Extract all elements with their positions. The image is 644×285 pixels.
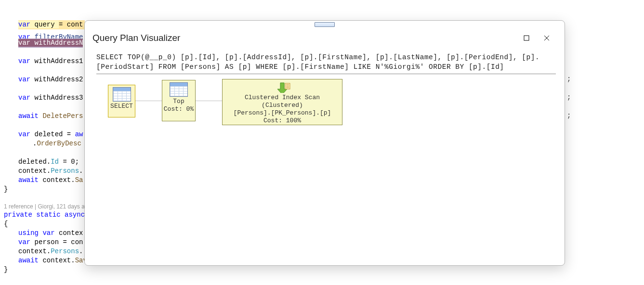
svg-rect-0 — [524, 36, 529, 40]
trailing-semicolon: ; — [567, 75, 571, 83]
table-icon — [170, 82, 188, 97]
close-button[interactable] — [537, 31, 557, 45]
trailing-semicolon: ; — [567, 93, 571, 101]
plan-node-select[interactable]: SELECT — [108, 85, 135, 117]
scan-arrow-icon — [273, 81, 291, 93]
plan-node-top[interactable]: Top Cost: 0% — [162, 80, 196, 121]
plan-node-detail: [Persons].[PK_Persons].[p] — [234, 109, 331, 117]
plan-arrow — [195, 101, 222, 101]
plan-canvas[interactable]: SELECT Top Cost: 0% Clustered Index Scan… — [85, 74, 565, 265]
table-icon — [113, 87, 131, 102]
sql-text: SELECT TOP(@__p_0) [p].[Id], [p].[Addres… — [96, 52, 556, 74]
plan-node-cost: Cost: 0% — [164, 105, 194, 113]
maximize-icon — [524, 35, 529, 41]
plan-node-scan[interactable]: Clustered Index Scan (Clustered) [Person… — [222, 79, 342, 125]
codelens[interactable]: 1 reference | Giorgi, 121 days a — [0, 203, 85, 210]
plan-node-label: Top — [173, 98, 184, 105]
window-grip[interactable] — [315, 22, 335, 27]
trailing-semicolon: ; — [567, 112, 571, 119]
close-icon — [544, 35, 550, 41]
plan-arrow — [134, 101, 162, 101]
query-plan-window[interactable]: Query Plan Visualizer SELECT TOP(@__p_0)… — [84, 20, 565, 266]
plan-node-cost: Cost: 100% — [263, 117, 301, 125]
plan-node-label: Clustered Index Scan (Clustered) — [223, 94, 342, 109]
maximize-button[interactable] — [516, 31, 537, 45]
window-title: Query Plan Visualizer — [92, 33, 516, 43]
code-brace-close2: } — [4, 265, 644, 274]
plan-node-label: SELECT — [110, 103, 133, 110]
